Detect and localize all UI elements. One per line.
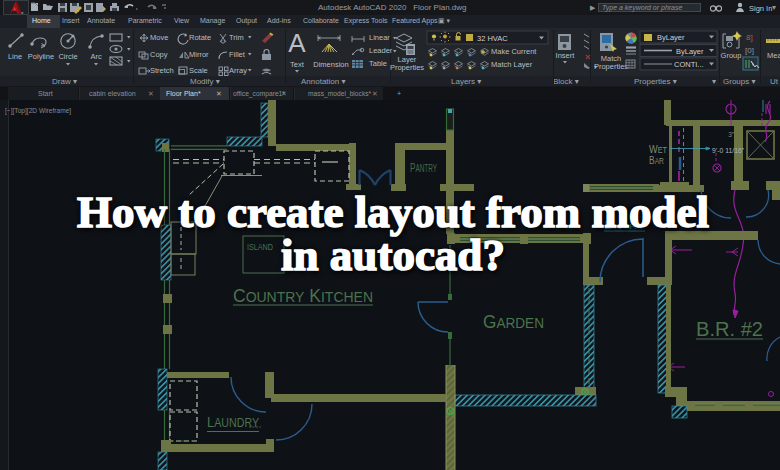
svg-text:Group: Group (721, 51, 742, 60)
svg-text:Polyline: Polyline (28, 52, 54, 61)
svg-text:Copy: Copy (150, 50, 168, 59)
svg-text:Line: Line (8, 52, 22, 61)
svg-text:Text: Text (290, 60, 305, 69)
svg-text:9’-0 11/16”: 9’-0 11/16” (712, 147, 745, 154)
svg-text:CONTI...: CONTI... (674, 60, 704, 69)
svg-text:Rotate: Rotate (189, 33, 211, 42)
svg-text:Properties: Properties (390, 63, 424, 72)
svg-text:Table: Table (369, 59, 387, 68)
svg-text:Arc: Arc (90, 52, 102, 61)
svg-text:Mirror: Mirror (189, 50, 209, 59)
svg-text:Properties: Properties (594, 62, 628, 71)
svg-text:Move: Move (150, 33, 168, 42)
svg-text:GARDEN: GARDEN (483, 311, 544, 332)
svg-text:Trim: Trim (229, 33, 244, 42)
svg-text:Scale: Scale (189, 66, 208, 75)
svg-text:3”: 3” (728, 131, 734, 138)
svg-text:Fillet: Fillet (229, 50, 246, 59)
svg-text:Linear: Linear (369, 33, 390, 42)
svg-text:ByLayer: ByLayer (676, 47, 704, 56)
svg-text:LAUNDRY: LAUNDRY (207, 413, 259, 430)
svg-text:COUNTRY KITCHEN: COUNTRY KITCHEN (233, 285, 373, 306)
svg-text:32 HVAC: 32 HVAC (477, 34, 508, 43)
svg-text:8]: 8] (746, 33, 753, 42)
svg-text:[0]: [0] (745, 46, 754, 55)
svg-text:PANTRY: PANTRY (410, 160, 437, 175)
svg-text:Mea: Mea (767, 51, 780, 60)
svg-text:Stretch: Stretch (150, 66, 174, 75)
svg-text:ByLayer: ByLayer (657, 33, 685, 42)
svg-text:Array: Array (229, 66, 247, 75)
svg-text:A: A (288, 28, 306, 58)
svg-text:BAR: BAR (649, 154, 664, 166)
svg-text:Match Layer: Match Layer (491, 60, 533, 69)
svg-text:Leader: Leader (369, 46, 393, 55)
svg-text:Insert: Insert (556, 51, 576, 60)
svg-text:Make Current: Make Current (491, 47, 537, 56)
svg-text:Circle: Circle (58, 52, 77, 61)
svg-text:Dimension: Dimension (313, 60, 348, 69)
svg-text:[−][Top][2D Wireframe]: [−][Top][2D Wireframe] (5, 107, 71, 115)
svg-text:B.R. #2: B.R. #2 (696, 318, 763, 340)
